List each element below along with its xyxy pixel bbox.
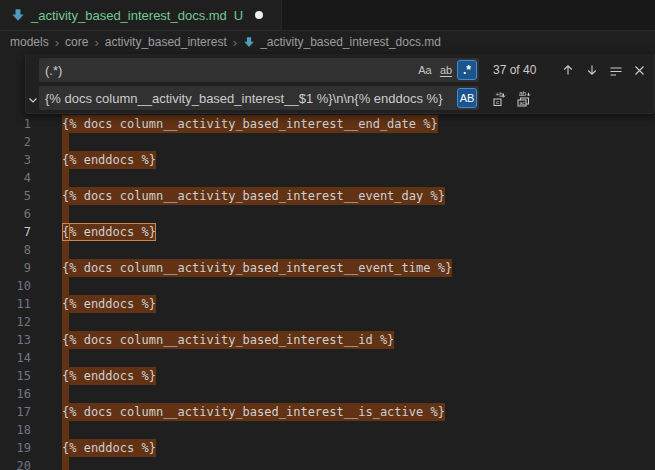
replace-input[interactable]: {% docs column__activity_based_interest_… [39, 86, 479, 110]
line-number: 2 [0, 133, 31, 151]
code-line[interactable]: 15{% enddocs %} [0, 367, 655, 385]
code-line[interactable]: 17{% docs column__activity_based_interes… [0, 403, 655, 421]
code-line-text [62, 421, 69, 439]
regex-button[interactable]: .* [457, 60, 477, 80]
line-number: 6 [0, 205, 31, 223]
line-number: 17 [0, 403, 31, 421]
code-line[interactable]: 13{% docs column__activity_based_interes… [0, 331, 655, 349]
code-line[interactable]: 3{% enddocs %} [0, 151, 655, 169]
code-line[interactable]: 5{% docs column__activity_based_interest… [0, 187, 655, 205]
code-line[interactable]: 20 [0, 457, 655, 470]
code-line[interactable]: 18 [0, 421, 655, 439]
code-line-text [62, 457, 69, 470]
markdown-file-icon [11, 8, 25, 22]
empty-line-match [62, 313, 69, 331]
next-match-button[interactable] [581, 60, 602, 81]
line-number: 7 [0, 223, 31, 241]
breadcrumb-item-activity-based-interest[interactable]: activity_based_interest [105, 35, 227, 49]
find-match: {% enddocs %} [62, 295, 156, 313]
line-number: 3 [0, 151, 31, 169]
empty-line-match [62, 277, 69, 295]
code-line[interactable]: 10 [0, 277, 655, 295]
breadcrumb-item-core[interactable]: core [65, 35, 88, 49]
svg-text:ac: ac [520, 99, 526, 105]
code-line-text: {% enddocs %} [62, 367, 156, 385]
current-find-match: {% enddocs %} [62, 223, 156, 241]
code-line[interactable]: 6 [0, 205, 655, 223]
code-line[interactable]: 16 [0, 385, 655, 403]
tab-bar: _activity_based_interest_docs.md U [0, 0, 655, 31]
code-line[interactable]: 14 [0, 349, 655, 367]
line-number: 9 [0, 259, 31, 277]
empty-line-match [62, 457, 69, 470]
line-number: 16 [0, 385, 31, 403]
replace-button[interactable]: +b c [489, 88, 510, 109]
empty-line-match [62, 421, 69, 439]
line-number: 19 [0, 439, 31, 457]
code-line[interactable]: 12 [0, 313, 655, 331]
code-line[interactable]: 2 [0, 133, 655, 151]
find-match: {% enddocs %} [62, 151, 156, 169]
code-line-text [62, 205, 69, 223]
replace-row: {% docs column__activity_based_interest_… [39, 86, 650, 110]
code-line[interactable]: 11{% enddocs %} [0, 295, 655, 313]
empty-line-match [62, 241, 69, 259]
toggle-replace-button[interactable] [26, 54, 39, 113]
svg-text:ab: ab [519, 90, 527, 97]
code-line-text [62, 169, 69, 187]
replace-all-icon: ab ac [515, 90, 532, 107]
find-widget: (.*) Aa ab .* 37 of 40 [25, 54, 655, 114]
code-line-text: {% docs column__activity_based_interest_… [62, 115, 438, 133]
code-line-text: {% docs column__activity_based_interest_… [62, 403, 445, 421]
match-case-button[interactable]: Aa [415, 60, 435, 80]
code-line-text [62, 349, 69, 367]
line-number: 4 [0, 169, 31, 187]
close-find-button[interactable] [629, 60, 650, 81]
code-line-text: {% docs column__activity_based_interest_… [62, 331, 394, 349]
breadcrumb-item-file[interactable]: _activity_based_interest_docs.md [243, 35, 441, 49]
breadcrumb-separator-icon: › [92, 35, 100, 50]
code-line-text [62, 133, 69, 151]
code-line[interactable]: 19{% enddocs %} [0, 439, 655, 457]
svg-text:+b: +b [496, 90, 504, 97]
replace-input-value: {% docs column__activity_based_interest_… [45, 91, 456, 106]
empty-line-match [62, 169, 69, 187]
line-number: 13 [0, 331, 31, 349]
line-number: 18 [0, 421, 31, 439]
whole-word-button[interactable]: ab [436, 60, 456, 80]
line-number: 10 [0, 277, 31, 295]
code-line-text: {% enddocs %} [62, 223, 156, 241]
breadcrumb-item-models[interactable]: models [10, 35, 49, 49]
preserve-case-button[interactable]: AB [457, 88, 477, 108]
code-line-text: {% enddocs %} [62, 295, 156, 313]
replace-all-button[interactable]: ab ac [513, 88, 534, 109]
find-results-count: 37 of 40 [493, 63, 549, 77]
find-in-selection-button[interactable] [605, 60, 626, 81]
close-icon [633, 64, 646, 77]
code-line[interactable]: 8 [0, 241, 655, 259]
find-match: {% docs column__activity_based_interest_… [62, 115, 438, 133]
code-line[interactable]: 7{% enddocs %} [0, 223, 655, 241]
find-match: {% docs column__activity_based_interest_… [62, 259, 452, 277]
editor[interactable]: 1{% docs column__activity_based_interest… [0, 53, 655, 470]
empty-line-match [62, 205, 69, 223]
find-input-value: (.*) [45, 63, 414, 78]
line-number: 12 [0, 313, 31, 331]
code-line[interactable]: 1{% docs column__activity_based_interest… [0, 115, 655, 133]
code-line[interactable]: 9{% docs column__activity_based_interest… [0, 259, 655, 277]
code-line[interactable]: 4 [0, 169, 655, 187]
empty-line-match [62, 349, 69, 367]
svg-text:c: c [496, 99, 499, 105]
modified-dot-icon [255, 11, 263, 19]
line-number: 15 [0, 367, 31, 385]
find-match: {% enddocs %} [62, 439, 156, 457]
previous-match-button[interactable] [557, 60, 578, 81]
tab-active-file[interactable]: _activity_based_interest_docs.md U [0, 0, 282, 30]
find-input[interactable]: (.*) Aa ab .* [39, 58, 479, 82]
line-number: 14 [0, 349, 31, 367]
empty-line-match [62, 133, 69, 151]
breadcrumb-separator-icon: › [53, 35, 61, 50]
code-line-text: {% docs column__activity_based_interest_… [62, 187, 445, 205]
code-line-text [62, 241, 69, 259]
modified-indicator[interactable] [249, 5, 269, 25]
